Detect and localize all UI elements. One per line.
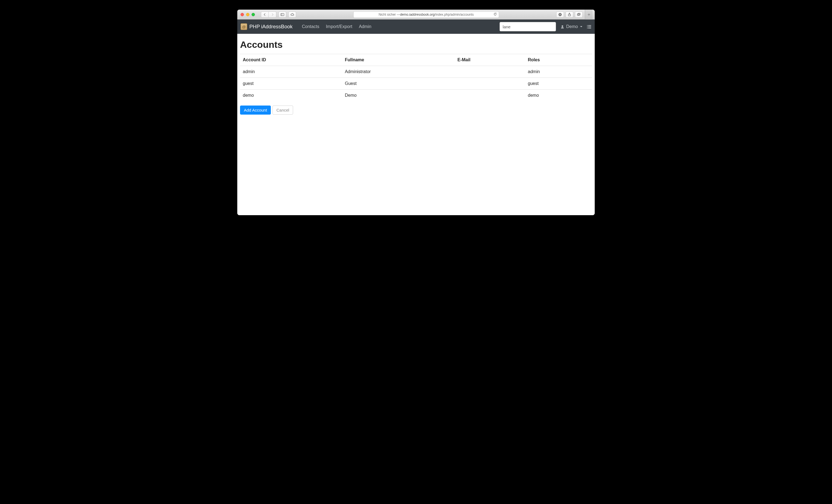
- nav-back-forward-group: [261, 11, 276, 18]
- svg-rect-5: [577, 14, 579, 15]
- table-row[interactable]: guest Guest guest: [240, 78, 592, 89]
- chevron-right-icon: [270, 12, 275, 17]
- user-menu[interactable]: Demo: [560, 24, 582, 29]
- cell-fullname: Administrator: [342, 66, 455, 78]
- col-header-roles: Roles: [525, 54, 592, 66]
- nav-back-button[interactable]: [261, 11, 269, 18]
- cell-fullname: Demo: [342, 89, 455, 101]
- col-header-account-id: Account ID: [240, 54, 342, 66]
- cell-fullname: Guest: [342, 78, 455, 89]
- add-account-button[interactable]: Add Account: [240, 106, 271, 114]
- downloads-button[interactable]: [556, 11, 564, 18]
- svg-rect-15: [588, 28, 591, 28]
- content: Accounts Account ID Fullname E-Mail Role…: [237, 34, 595, 215]
- address-host: demo.iaddressbook.org: [400, 12, 435, 17]
- app-navbar: PHP iAddressBook Contacts Import/Export …: [237, 20, 595, 34]
- brand-logo-icon: [240, 23, 247, 30]
- svg-rect-10: [587, 25, 588, 26]
- icloud-tabs-button[interactable]: [288, 11, 296, 18]
- button-row: Add Account Cancel: [240, 106, 592, 114]
- cell-account-id: demo: [240, 89, 342, 101]
- share-icon: [568, 12, 571, 17]
- svg-rect-14: [587, 28, 588, 28]
- share-button[interactable]: [566, 11, 573, 18]
- toolbar-right: [556, 11, 582, 18]
- cell-roles: demo: [525, 89, 592, 101]
- show-tabs-button[interactable]: [575, 11, 582, 18]
- plus-icon: [587, 12, 591, 17]
- reload-icon: [493, 12, 497, 16]
- table-row[interactable]: demo Demo demo: [240, 89, 592, 101]
- user-label: Demo: [566, 24, 578, 29]
- accounts-table: Account ID Fullname E-Mail Roles admin A…: [240, 54, 592, 101]
- cell-roles: admin: [525, 66, 592, 78]
- reload-button[interactable]: [493, 12, 497, 17]
- page-title: Accounts: [240, 39, 592, 50]
- brand[interactable]: PHP iAddressBook: [240, 23, 295, 30]
- cell-account-id: admin: [240, 66, 342, 78]
- svg-rect-6: [578, 13, 580, 15]
- cell-email: [455, 66, 525, 78]
- show-sidebar-button[interactable]: [279, 11, 286, 18]
- new-tab-button[interactable]: [585, 9, 593, 20]
- nav-links: Contacts Import/Export Admin: [299, 22, 374, 31]
- nav-right: Demo: [500, 22, 592, 31]
- svg-rect-13: [588, 26, 591, 27]
- svg-rect-0: [281, 13, 284, 16]
- cancel-button[interactable]: Cancel: [272, 106, 293, 114]
- cell-email: [455, 89, 525, 101]
- address-bar[interactable]: Nicht sicher — demo.iaddressbook.org /in…: [353, 11, 499, 18]
- browser-window: Nicht sicher — demo.iaddressbook.org /in…: [237, 9, 595, 215]
- svg-point-9: [562, 25, 563, 27]
- window-traffic-lights: [239, 13, 255, 16]
- cell-email: [455, 78, 525, 89]
- window-minimize-button[interactable]: [246, 13, 250, 16]
- window-close-button[interactable]: [240, 13, 244, 16]
- address-prefix: Nicht sicher —: [379, 12, 400, 17]
- list-icon: [587, 24, 592, 29]
- cell-roles: guest: [525, 78, 592, 89]
- tabs-icon: [577, 12, 581, 17]
- chevron-left-icon: [263, 12, 267, 17]
- nav-link-admin[interactable]: Admin: [356, 22, 374, 31]
- nav-forward-button[interactable]: [269, 11, 276, 18]
- address-path: /index.php/admin/accounts: [435, 12, 474, 17]
- sidebar-icon: [281, 12, 284, 17]
- list-view-button[interactable]: [587, 24, 592, 29]
- table-header-row: Account ID Fullname E-Mail Roles: [240, 54, 592, 66]
- col-header-fullname: Fullname: [342, 54, 455, 66]
- caret-down-icon: [580, 26, 582, 27]
- nav-link-import-export[interactable]: Import/Export: [323, 22, 355, 31]
- search-input[interactable]: [500, 22, 556, 31]
- svg-rect-11: [588, 25, 591, 26]
- user-icon: [560, 25, 565, 29]
- titlebar: Nicht sicher — demo.iaddressbook.org /in…: [237, 9, 595, 20]
- col-header-email: E-Mail: [455, 54, 525, 66]
- nav-link-contacts[interactable]: Contacts: [299, 22, 322, 31]
- brand-title: PHP iAddressBook: [250, 24, 292, 30]
- svg-rect-12: [587, 26, 588, 27]
- cloud-icon: [290, 12, 294, 17]
- table-row[interactable]: admin Administrator admin: [240, 66, 592, 78]
- download-icon: [558, 12, 562, 17]
- cell-account-id: guest: [240, 78, 342, 89]
- window-zoom-button[interactable]: [252, 13, 255, 16]
